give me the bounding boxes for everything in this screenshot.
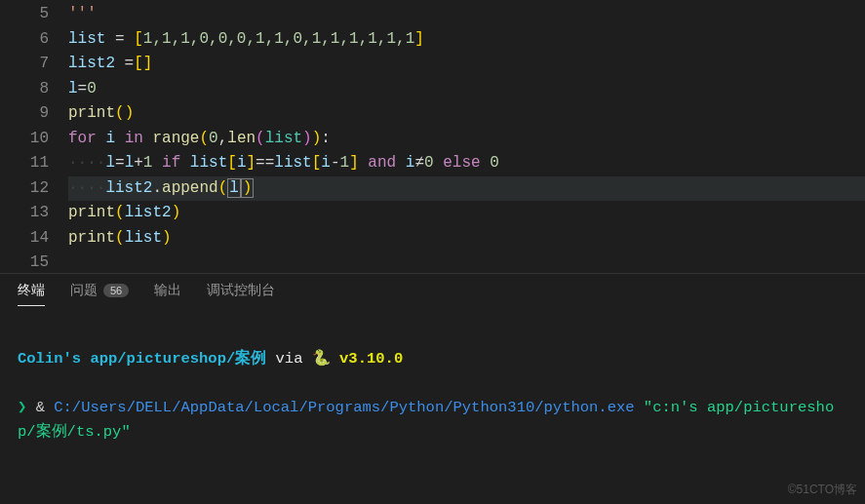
tab-problems[interactable]: 问题56	[70, 276, 129, 305]
terminal-panel[interactable]: Colin's app/pictureshop/案例 via 🐍 v3.10.0…	[0, 307, 865, 504]
line-number: 5	[0, 2, 49, 27]
line-gutter: 5 6 7 8 9 10 11 12 13 14 15	[0, 0, 68, 273]
code-line: for i in range(0,len(list)):	[68, 127, 865, 152]
terminal-prompt-line: Colin's app/pictureshop/案例 via 🐍 v3.10.0	[18, 347, 847, 371]
tab-output[interactable]: 输出	[154, 276, 181, 305]
watermark: ©51CTO博客	[788, 482, 857, 498]
line-number: 11	[0, 151, 49, 176]
code-line: list2 =[]	[68, 52, 865, 77]
code-line: print(list2)	[68, 201, 865, 226]
line-number: 8	[0, 77, 49, 102]
line-number: 6	[0, 27, 49, 53]
code-line: print()	[68, 101, 865, 127]
line-number: 10	[0, 127, 49, 152]
panel-tabs: 终端 问题56 输出 调试控制台	[0, 273, 865, 307]
line-number: 12	[0, 176, 49, 202]
line-number: 14	[0, 226, 49, 252]
code-line: '''	[68, 2, 865, 27]
line-number: 15	[0, 251, 49, 276]
code-line-active: ····list2.append(l)	[68, 176, 865, 202]
problems-badge: 56	[103, 284, 129, 297]
code-line	[68, 251, 865, 276]
code-area[interactable]: ''' list = [1,1,1,0,0,0,1,1,0,1,1,1,1,1,…	[68, 0, 865, 273]
code-line: ····l=l+1 if list[i]==list[i-1] and i≠0 …	[68, 151, 865, 176]
code-line: l=0	[68, 77, 865, 102]
code-line: print(list)	[68, 226, 865, 252]
code-line: list = [1,1,1,0,0,0,1,1,0,1,1,1,1,1,1]	[68, 27, 865, 53]
terminal-command-line: ❯ & C:/Users/DELL/AppData/Local/Programs…	[18, 396, 847, 445]
code-editor[interactable]: 5 6 7 8 9 10 11 12 13 14 15 ''' list = […	[0, 0, 865, 273]
tab-terminal[interactable]: 终端	[18, 276, 45, 306]
tab-debug[interactable]: 调试控制台	[207, 276, 275, 305]
line-number: 9	[0, 101, 49, 127]
line-number: 7	[0, 52, 49, 77]
line-number: 13	[0, 201, 49, 226]
